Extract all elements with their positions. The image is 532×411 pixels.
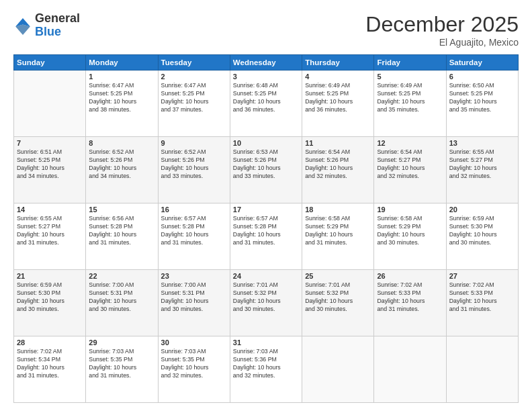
week-row-2: 7Sunrise: 6:51 AMSunset: 5:25 PMDaylight… — [14, 137, 519, 203]
day-cell: 19Sunrise: 6:58 AMSunset: 5:29 PMDayligh… — [374, 203, 446, 270]
week-row-1: 1Sunrise: 6:47 AMSunset: 5:25 PMDaylight… — [14, 71, 519, 137]
header: General Blue December 2025 El Aguajito, … — [13, 12, 519, 48]
day-cell: 21Sunrise: 6:59 AMSunset: 5:30 PMDayligh… — [14, 270, 86, 336]
day-info: Sunrise: 6:59 AMSunset: 5:30 PMDaylight:… — [449, 215, 515, 247]
day-header-friday: Friday — [374, 55, 446, 71]
day-info: Sunrise: 7:00 AMSunset: 5:31 PMDaylight:… — [161, 281, 227, 314]
week-row-3: 14Sunrise: 6:55 AMSunset: 5:27 PMDayligh… — [14, 203, 519, 270]
day-number: 2 — [161, 73, 227, 81]
title-block: December 2025 El Aguajito, Mexico — [365, 12, 519, 48]
day-number: 4 — [305, 73, 371, 81]
day-cell: 27Sunrise: 7:02 AMSunset: 5:33 PMDayligh… — [446, 270, 518, 336]
day-cell: 28Sunrise: 7:02 AMSunset: 5:34 PMDayligh… — [14, 336, 86, 403]
day-info: Sunrise: 6:53 AMSunset: 5:26 PMDaylight:… — [233, 148, 299, 181]
day-cell: 15Sunrise: 6:56 AMSunset: 5:28 PMDayligh… — [86, 203, 158, 270]
day-cell — [374, 336, 446, 403]
day-cell: 11Sunrise: 6:54 AMSunset: 5:26 PMDayligh… — [302, 137, 374, 203]
day-cell: 16Sunrise: 6:57 AMSunset: 5:28 PMDayligh… — [158, 203, 230, 270]
day-info: Sunrise: 6:49 AMSunset: 5:25 PMDaylight:… — [305, 82, 371, 114]
week-row-5: 28Sunrise: 7:02 AMSunset: 5:34 PMDayligh… — [14, 336, 519, 403]
day-number: 16 — [161, 205, 227, 214]
day-number: 6 — [449, 73, 515, 81]
day-info: Sunrise: 6:50 AMSunset: 5:25 PMDaylight:… — [449, 82, 515, 114]
day-header-thursday: Thursday — [302, 55, 374, 71]
day-number: 3 — [233, 73, 299, 81]
day-info: Sunrise: 6:54 AMSunset: 5:26 PMDaylight:… — [305, 148, 371, 181]
day-cell: 18Sunrise: 6:58 AMSunset: 5:29 PMDayligh… — [302, 203, 374, 270]
day-number: 23 — [161, 272, 227, 280]
day-info: Sunrise: 6:54 AMSunset: 5:27 PMDaylight:… — [377, 148, 443, 181]
day-info: Sunrise: 7:02 AMSunset: 5:33 PMDaylight:… — [377, 281, 443, 314]
logo-icon — [13, 16, 32, 35]
day-number: 1 — [89, 73, 154, 81]
day-info: Sunrise: 6:57 AMSunset: 5:28 PMDaylight:… — [161, 215, 227, 247]
day-header-saturday: Saturday — [446, 55, 518, 71]
day-number: 27 — [449, 272, 515, 280]
day-number: 17 — [233, 205, 299, 214]
day-header-monday: Monday — [86, 55, 158, 71]
day-number: 9 — [161, 139, 227, 147]
day-number: 19 — [377, 205, 443, 214]
day-info: Sunrise: 6:56 AMSunset: 5:28 PMDaylight:… — [89, 215, 154, 247]
svg-marker-1 — [15, 24, 30, 35]
calendar-header: SundayMondayTuesdayWednesdayThursdayFrid… — [14, 55, 519, 71]
day-number: 29 — [89, 338, 154, 347]
day-info: Sunrise: 6:51 AMSunset: 5:25 PMDaylight:… — [17, 148, 83, 181]
day-number: 26 — [377, 272, 443, 280]
day-cell: 13Sunrise: 6:55 AMSunset: 5:27 PMDayligh… — [446, 137, 518, 203]
day-info: Sunrise: 7:03 AMSunset: 5:35 PMDaylight:… — [161, 348, 227, 380]
day-info: Sunrise: 6:58 AMSunset: 5:29 PMDaylight:… — [305, 215, 371, 247]
day-number: 21 — [17, 272, 83, 280]
day-cell: 3Sunrise: 6:48 AMSunset: 5:25 PMDaylight… — [230, 71, 302, 137]
day-cell: 8Sunrise: 6:52 AMSunset: 5:26 PMDaylight… — [86, 137, 158, 203]
day-info: Sunrise: 7:01 AMSunset: 5:32 PMDaylight:… — [233, 281, 299, 314]
day-cell: 30Sunrise: 7:03 AMSunset: 5:35 PMDayligh… — [158, 336, 230, 403]
day-cell: 5Sunrise: 6:49 AMSunset: 5:25 PMDaylight… — [374, 71, 446, 137]
day-cell — [14, 71, 86, 137]
day-number: 25 — [305, 272, 371, 280]
day-cell: 1Sunrise: 6:47 AMSunset: 5:25 PMDaylight… — [86, 71, 158, 137]
day-cell: 4Sunrise: 6:49 AMSunset: 5:25 PMDaylight… — [302, 71, 374, 137]
day-number: 11 — [305, 139, 371, 147]
day-info: Sunrise: 6:52 AMSunset: 5:26 PMDaylight:… — [161, 148, 227, 181]
day-number: 14 — [17, 205, 83, 214]
day-info: Sunrise: 6:55 AMSunset: 5:27 PMDaylight:… — [17, 215, 83, 247]
day-number: 20 — [449, 205, 515, 214]
day-number: 31 — [233, 338, 299, 347]
day-cell: 31Sunrise: 7:03 AMSunset: 5:36 PMDayligh… — [230, 336, 302, 403]
day-cell: 24Sunrise: 7:01 AMSunset: 5:32 PMDayligh… — [230, 270, 302, 336]
day-cell: 9Sunrise: 6:52 AMSunset: 5:26 PMDaylight… — [158, 137, 230, 203]
day-cell: 14Sunrise: 6:55 AMSunset: 5:27 PMDayligh… — [14, 203, 86, 270]
day-info: Sunrise: 7:00 AMSunset: 5:31 PMDaylight:… — [89, 281, 154, 314]
day-info: Sunrise: 6:59 AMSunset: 5:30 PMDaylight:… — [17, 281, 83, 314]
week-row-4: 21Sunrise: 6:59 AMSunset: 5:30 PMDayligh… — [14, 270, 519, 336]
day-cell: 7Sunrise: 6:51 AMSunset: 5:25 PMDaylight… — [14, 137, 86, 203]
day-info: Sunrise: 6:52 AMSunset: 5:26 PMDaylight:… — [89, 148, 154, 181]
logo-blue-text: Blue — [35, 25, 61, 38]
header-row: SundayMondayTuesdayWednesdayThursdayFrid… — [14, 55, 519, 71]
day-cell: 6Sunrise: 6:50 AMSunset: 5:25 PMDaylight… — [446, 71, 518, 137]
day-info: Sunrise: 7:02 AMSunset: 5:33 PMDaylight:… — [449, 281, 515, 314]
day-info: Sunrise: 6:49 AMSunset: 5:25 PMDaylight:… — [377, 82, 443, 114]
day-header-sunday: Sunday — [14, 55, 86, 71]
day-number: 7 — [17, 139, 83, 147]
day-info: Sunrise: 6:57 AMSunset: 5:28 PMDaylight:… — [233, 215, 299, 247]
day-cell: 26Sunrise: 7:02 AMSunset: 5:33 PMDayligh… — [374, 270, 446, 336]
day-cell: 12Sunrise: 6:54 AMSunset: 5:27 PMDayligh… — [374, 137, 446, 203]
day-cell: 2Sunrise: 6:47 AMSunset: 5:25 PMDaylight… — [158, 71, 230, 137]
day-info: Sunrise: 7:02 AMSunset: 5:34 PMDaylight:… — [17, 348, 83, 380]
day-header-wednesday: Wednesday — [230, 55, 302, 71]
day-cell — [302, 336, 374, 403]
calendar: SundayMondayTuesdayWednesdayThursdayFrid… — [13, 54, 519, 403]
day-info: Sunrise: 6:47 AMSunset: 5:25 PMDaylight:… — [89, 82, 154, 114]
day-number: 13 — [449, 139, 515, 147]
month-title: December 2025 — [365, 12, 519, 37]
day-info: Sunrise: 6:58 AMSunset: 5:29 PMDaylight:… — [377, 215, 443, 247]
page: General Blue December 2025 El Aguajito, … — [0, 0, 532, 411]
day-cell: 10Sunrise: 6:53 AMSunset: 5:26 PMDayligh… — [230, 137, 302, 203]
day-info: Sunrise: 6:47 AMSunset: 5:25 PMDaylight:… — [161, 82, 227, 114]
day-cell — [446, 336, 518, 403]
day-number: 28 — [17, 338, 83, 347]
day-cell: 20Sunrise: 6:59 AMSunset: 5:30 PMDayligh… — [446, 203, 518, 270]
logo-text: General Blue — [35, 12, 80, 39]
